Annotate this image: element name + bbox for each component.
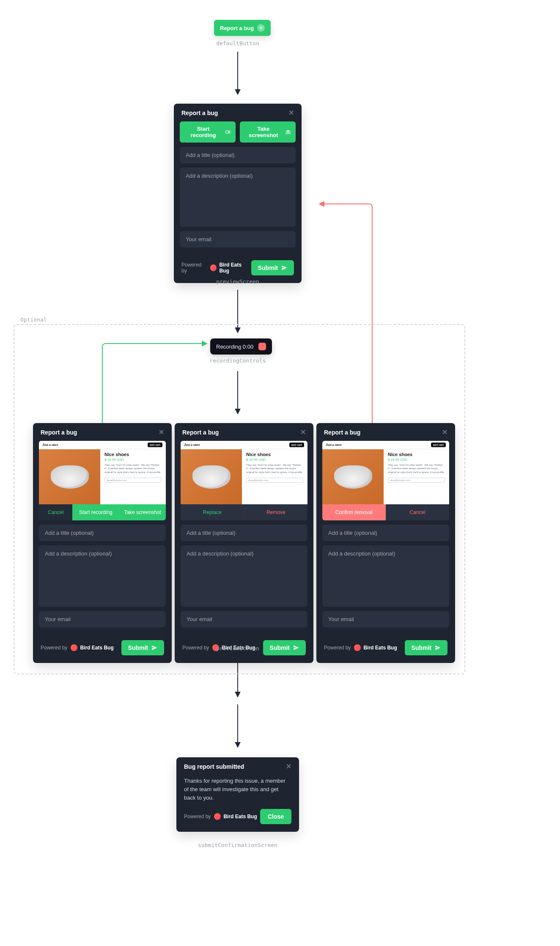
- card-title: Report a bug: [41, 429, 77, 436]
- powered-by-text: Powered by: [181, 262, 207, 274]
- send-icon: [435, 645, 441, 651]
- close-icon[interactable]: ✕: [286, 763, 291, 770]
- powered-by: Powered by Bird Eats Bug: [181, 262, 251, 274]
- cancel-removal-button[interactable]: Cancel: [386, 504, 450, 520]
- submit-button[interactable]: Submit: [405, 640, 447, 655]
- description-input[interactable]: Add a description (optional): [39, 545, 166, 607]
- email-input[interactable]: Your email: [39, 611, 166, 627]
- title-input[interactable]: Add a title (optional): [322, 525, 449, 541]
- close-icon[interactable]: ✕: [288, 110, 294, 116]
- default-button-label: Report a bug: [220, 25, 254, 31]
- close-icon[interactable]: ✕: [159, 429, 164, 436]
- close-icon[interactable]: ✕: [300, 429, 306, 436]
- description-input[interactable]: Add a description (optional): [322, 545, 449, 607]
- mock-blurb: They say "Don't fix what works". We say …: [246, 463, 303, 475]
- video-icon: [225, 129, 231, 135]
- take-screenshot-button[interactable]: Take screenshot: [240, 121, 296, 143]
- brand-name: Bird Eats Bug: [223, 814, 257, 820]
- confirmation-body: Thanks for reporting this issue, a membe…: [176, 775, 299, 802]
- mock-cart: add cart: [431, 443, 446, 447]
- email-input[interactable]: Your email: [181, 611, 307, 627]
- close-label: Close: [268, 813, 284, 820]
- svg-rect-5: [225, 131, 228, 133]
- remove-button[interactable]: Remove: [244, 504, 308, 520]
- mock-email-hint: dave@studio.com: [388, 478, 445, 483]
- confirm-removal-button[interactable]: Confirm removal: [322, 504, 386, 520]
- title-input[interactable]: Add a title (optional): [180, 147, 296, 163]
- confirmation-title: Bug report submitted: [184, 763, 244, 770]
- powered-by-text: Powered by: [41, 645, 67, 651]
- mock-brand: Just a store: [42, 443, 58, 447]
- submit-button[interactable]: Submit: [251, 260, 294, 275]
- brand-name: Bird Eats Bug: [219, 262, 251, 274]
- default-button[interactable]: Report a bug +: [214, 20, 271, 36]
- brand-name: Bird Eats Bug: [80, 645, 113, 651]
- title-input[interactable]: Add a title (optional): [39, 525, 166, 541]
- product-image: [51, 465, 89, 489]
- mock-email-hint: dave@studio.com: [104, 478, 162, 483]
- send-icon: [281, 265, 287, 271]
- submit-label: Submit: [258, 264, 278, 271]
- mock-price: $ 24.95 USD: [104, 458, 162, 462]
- label-preview-screen-1: previewScreen: [174, 278, 301, 285]
- mock-email-hint: dave@studio.com: [246, 478, 303, 483]
- submit-button[interactable]: Submit: [121, 640, 164, 655]
- confirmation-card: Bug report submitted ✕ Thanks for report…: [176, 757, 299, 832]
- powered-by-text: Powered by: [184, 814, 211, 820]
- mock-blurb: They say "Don't fix what works". We say …: [388, 463, 445, 475]
- mock-cart: add cart: [148, 443, 162, 447]
- preview-card: Report a bug ✕ Start recording Take scre…: [174, 104, 302, 283]
- label-default-button: defaultButton: [174, 40, 301, 47]
- mock-brand: Just a store: [326, 443, 342, 447]
- recording-controls: Recording 0:00: [210, 338, 272, 355]
- email-input[interactable]: Your email: [322, 611, 449, 627]
- label-preview-screen-2: previewScreen: [174, 645, 301, 652]
- start-recording-button[interactable]: Start recording: [72, 504, 119, 520]
- mock-cart: add cart: [289, 443, 304, 447]
- card-title: Report a bug: [182, 429, 219, 436]
- label-submit-confirmation: submitConfirmationScreen: [174, 842, 301, 848]
- svg-point-7: [287, 132, 288, 133]
- camera-icon: [285, 129, 291, 135]
- brand-badge-icon: [214, 813, 221, 820]
- powered-by-text: Powered by: [324, 645, 351, 651]
- start-recording-button[interactable]: Start recording: [180, 121, 236, 143]
- product-image: [334, 465, 372, 489]
- title-input[interactable]: Add a title (optional): [181, 525, 307, 541]
- description-input[interactable]: Add a description (optional): [180, 168, 296, 227]
- replace-button[interactable]: Replace: [181, 504, 244, 520]
- mock-blurb: They say "Don't fix what works". We say …: [104, 463, 162, 475]
- product-image: [192, 465, 231, 489]
- mock-price: $ 24.95 USD: [246, 458, 303, 462]
- label-recording-controls: recordingControls: [174, 358, 301, 364]
- card-title: Report a bug: [324, 429, 360, 436]
- close-button[interactable]: Close: [260, 809, 291, 824]
- mock-title: Nice shoes: [104, 452, 162, 457]
- email-input[interactable]: Your email: [180, 231, 296, 248]
- cancel-button[interactable]: Cancel: [39, 504, 72, 520]
- brand-badge-icon: [354, 644, 361, 651]
- brand-badge-icon: [71, 644, 77, 651]
- submit-label: Submit: [412, 644, 431, 651]
- recording-text: Recording 0:00: [216, 344, 253, 350]
- description-input[interactable]: Add a description (optional): [181, 545, 307, 607]
- start-recording-label: Start recording: [185, 126, 222, 138]
- plus-icon: +: [257, 24, 265, 32]
- submit-label: Submit: [128, 644, 148, 651]
- mock-price: $ 24.95 USD: [388, 458, 445, 462]
- brand-name: Bird Eats Bug: [363, 645, 397, 651]
- mock-brand: Just a store: [184, 443, 200, 447]
- close-icon[interactable]: ✕: [442, 429, 447, 436]
- preview-state-confirm-removal: Report a bug ✕ Just a store add cart Nic…: [316, 423, 455, 663]
- stop-recording-button[interactable]: [258, 343, 266, 350]
- mock-title: Nice shoes: [388, 452, 445, 457]
- send-icon: [151, 645, 157, 651]
- card-title: Report a bug: [181, 110, 218, 116]
- brand-badge-icon: [210, 264, 217, 271]
- take-screenshot-button[interactable]: Take screenshot: [119, 504, 166, 520]
- preview-state-replace-remove: Report a bug ✕ Just a store add cart Nic…: [175, 423, 313, 663]
- optional-label: Optional: [18, 316, 49, 323]
- preview-state-cancel: Report a bug ✕ Just a store add cart Nic…: [33, 423, 172, 663]
- take-screenshot-label: Take screenshot: [245, 126, 282, 138]
- mock-title: Nice shoes: [246, 452, 303, 457]
